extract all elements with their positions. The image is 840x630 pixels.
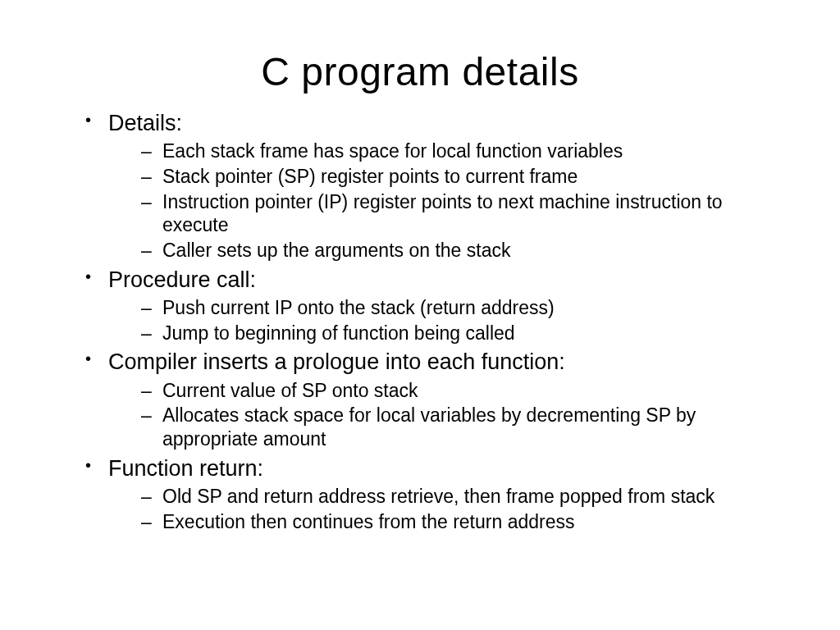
bullet-label: Function return: [108, 456, 263, 481]
bullet-item: Compiler inserts a prologue into each fu… [80, 348, 774, 450]
slide-title: C program details [66, 49, 774, 94]
sub-bullet-item: Current value of SP onto stack [138, 379, 774, 403]
sub-bullet-item: Instruction pointer (IP) register points… [138, 190, 774, 238]
sub-bullet-list: Push current IP onto the stack (return a… [108, 296, 774, 345]
sub-bullet-list: Each stack frame has space for local fun… [108, 139, 774, 262]
sub-bullet-item: Push current IP onto the stack (return a… [138, 296, 774, 320]
bullet-label: Compiler inserts a prologue into each fu… [108, 349, 565, 374]
sub-bullet-item: Allocates stack space for local variable… [138, 404, 774, 451]
bullet-label: Procedure call: [108, 267, 256, 292]
sub-bullet-item: Old SP and return address retrieve, then… [138, 485, 774, 509]
sub-bullet-list: Old SP and return address retrieve, then… [108, 485, 774, 534]
sub-bullet-item: Each stack frame has space for local fun… [138, 139, 774, 163]
sub-bullet-item: Caller sets up the arguments on the stac… [138, 239, 774, 262]
sub-bullet-item: Execution then continues from the return… [138, 510, 774, 534]
bullet-item: Function return: Old SP and return addre… [80, 454, 774, 534]
bullet-item: Procedure call: Push current IP onto the… [80, 266, 774, 345]
slide: C program details Details: Each stack fr… [0, 0, 840, 630]
sub-bullet-item: Jump to beginning of function being call… [138, 322, 774, 345]
bullet-list: Details: Each stack frame has space for … [66, 109, 774, 533]
bullet-label: Details: [108, 111, 182, 135]
sub-bullet-item: Stack pointer (SP) register points to cu… [138, 165, 774, 189]
sub-bullet-list: Current value of SP onto stack Allocates… [108, 379, 774, 451]
bullet-item: Details: Each stack frame has space for … [80, 109, 774, 262]
